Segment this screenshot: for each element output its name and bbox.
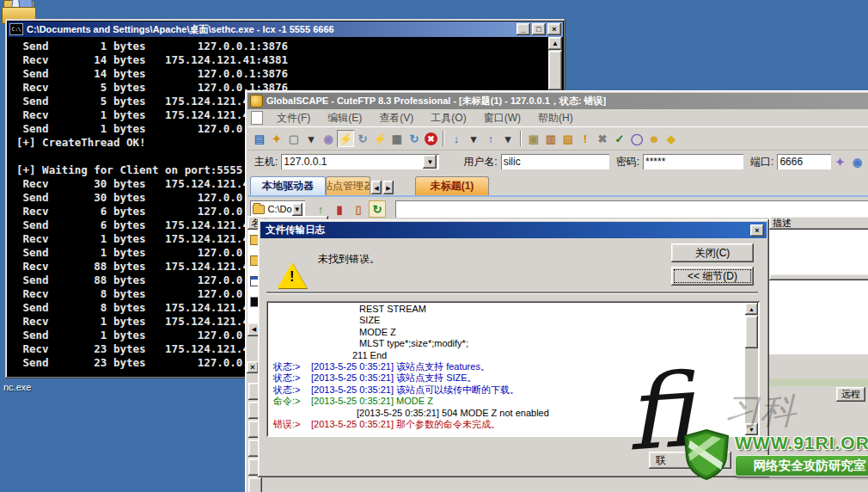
- drive-combobox[interactable]: C:\Do ▼: [250, 200, 305, 218]
- cuteftp-titlebar[interactable]: GlobalSCAPE - CuteFTP 8.3 Professional -…: [248, 93, 868, 109]
- console-titlebar[interactable]: C:\ C:\Documents and Settings\Apache\桌面\…: [8, 22, 563, 37]
- scroll-up-icon[interactable]: ▲: [548, 37, 562, 50]
- console-minimize-button[interactable]: _: [517, 23, 530, 35]
- details-button[interactable]: << 细节(D): [671, 267, 754, 286]
- delete-icon[interactable]: ▯: [350, 200, 367, 218]
- log-label: 状态:>: [268, 372, 311, 384]
- quick-connect-icon[interactable]: ✦: [831, 153, 848, 170]
- password-input[interactable]: *****: [643, 154, 743, 169]
- cmd-icon: C:\: [9, 23, 23, 35]
- tab-untitled[interactable]: 未标题(1): [415, 176, 489, 195]
- log-row: MLST type*;size*;modify*;: [268, 338, 744, 349]
- log-text: [2013-5-25 0:35:21] 该站点支持 SIZE。: [311, 372, 477, 384]
- stop-icon[interactable]: ✖: [425, 132, 437, 145]
- sync-browse-icon[interactable]: ↻: [369, 200, 386, 218]
- log-text: [2013-5-25 0:35:21] 该站点支持 features。: [311, 361, 490, 372]
- upload-icon[interactable]: ↑: [482, 130, 499, 147]
- host-combobox[interactable]: 127.0.0.1 ▼: [281, 154, 439, 169]
- username-value: silic: [504, 156, 521, 168]
- log-row: MODE Z: [268, 327, 744, 338]
- cuteftp-tabrow: 本地驱动器 站点管理器 ◀ ▶ 未标题(1): [248, 173, 868, 197]
- verify-icon[interactable]: ✓: [611, 130, 628, 147]
- drive-dropdown-icon[interactable]: ▼: [292, 203, 303, 216]
- log-scroll-thumb[interactable]: [745, 316, 758, 348]
- tab-site-manager[interactable]: 站点管理器: [326, 176, 370, 195]
- close-button[interactable]: 关闭(C): [671, 243, 754, 262]
- support-icon[interactable]: ☻: [645, 130, 663, 147]
- log-row: REST STREAM: [268, 304, 744, 315]
- console-close-button[interactable]: ×: [547, 23, 561, 35]
- log-text: REST STREAM: [268, 304, 426, 315]
- tab-scroll-left-icon[interactable]: ◀: [371, 181, 382, 194]
- console-maximize-button[interactable]: □: [532, 23, 546, 35]
- toolbar-separator: [443, 131, 444, 146]
- remote-pane-tab[interactable]: 远程: [836, 387, 865, 402]
- log-text: MODE Z: [268, 327, 396, 338]
- transfer-queue-icon[interactable]: ▣: [525, 130, 542, 147]
- scroll-thumb[interactable]: [548, 51, 562, 90]
- bookmark-icon[interactable]: ▮: [331, 200, 348, 218]
- port-input[interactable]: 6666: [777, 154, 831, 169]
- cuteftp-title-text: GlobalSCAPE - CuteFTP 8.3 Professional -…: [266, 95, 606, 108]
- pane-splitter[interactable]: [769, 274, 868, 280]
- menu-view[interactable]: 查看(V): [370, 111, 422, 126]
- upload-dropdown-icon[interactable]: ▾: [499, 130, 517, 147]
- url-icon[interactable]: ▦: [388, 130, 406, 147]
- log-text: [2013-5-25 0:35:21] 那个参数的命令未完成。: [311, 419, 500, 430]
- console-line: Recv 14 bytes 175.124.121.41:4381: [16, 53, 548, 67]
- refresh-icon[interactable]: ↻: [406, 130, 423, 147]
- log-text: SIZE: [268, 315, 380, 326]
- brand-watermark: WWW.91RI.ORG 网络安全攻防研究室: [683, 428, 868, 480]
- password-value: *****: [645, 156, 665, 168]
- download-dropdown-icon[interactable]: ▾: [465, 130, 482, 147]
- reconnect-icon[interactable]: ↻: [354, 130, 371, 147]
- status-strip: [767, 378, 868, 386]
- tab-scroll-right-icon[interactable]: ▶: [383, 181, 394, 194]
- toolbar-separator: [520, 131, 522, 146]
- pin-icon[interactable]: ◉: [320, 130, 337, 147]
- dialog-titlebar[interactable]: 文件传输日志 ×: [260, 222, 767, 238]
- queue-toolbar-cell[interactable]: [248, 477, 262, 492]
- password-label: 密码:: [616, 155, 639, 169]
- disconnect-icon[interactable]: ⚡: [371, 130, 388, 147]
- download-icon[interactable]: ↓: [448, 130, 465, 147]
- menu-file[interactable]: 文件(F): [268, 111, 319, 126]
- up-directory-icon[interactable]: ↑: [312, 200, 329, 218]
- remove-icon[interactable]: ✖: [594, 130, 611, 147]
- description-column-header[interactable]: 描述: [769, 216, 868, 230]
- desktop-shortcut-label[interactable]: nc.exe: [3, 382, 31, 392]
- security-icon[interactable]: ◆: [663, 130, 680, 147]
- dialog-close-icon[interactable]: ×: [750, 224, 764, 237]
- new-dropdown-icon[interactable]: ▾: [303, 130, 320, 147]
- log-label: 状态:>: [268, 384, 311, 396]
- priority-icon[interactable]: !: [577, 130, 594, 147]
- log-scroll-up-icon[interactable]: ▲: [745, 303, 758, 315]
- username-input[interactable]: silic: [501, 154, 609, 169]
- globe-icon[interactable]: ◯: [628, 130, 645, 147]
- queue-pane-close-icon[interactable]: ×: [247, 361, 259, 373]
- path-input[interactable]: [395, 200, 868, 218]
- host-dropdown-icon[interactable]: ▼: [423, 155, 437, 169]
- new-document-icon[interactable]: ▢: [285, 130, 303, 147]
- new-folder-icon[interactable]: ▧: [559, 130, 577, 147]
- username-label: 用户名:: [463, 155, 497, 169]
- cuteftp-toolbar: ▤✦▢▾◉⚡↻⚡▦↻✖↓▾↑▾▣▥▧!✖✓◯☻◆: [248, 127, 868, 151]
- tab-local-drives[interactable]: 本地驱动器: [250, 176, 326, 195]
- log-label: 命令:>: [268, 396, 311, 407]
- host-value: 127.0.0.1: [284, 156, 327, 168]
- remote-list-top: [769, 230, 868, 274]
- brand-url-text: WWW.91RI.ORG: [735, 433, 868, 453]
- menu-tools[interactable]: 工具(O): [422, 111, 474, 126]
- connect-icon[interactable]: ⚡: [337, 130, 354, 147]
- log-text: [2013-5-25 0:35:21] 504 MODE Z not enabl…: [268, 408, 549, 419]
- session-log-icon[interactable]: ▥: [542, 130, 559, 147]
- browser-icon[interactable]: ◉: [848, 153, 865, 170]
- menu-window[interactable]: 窗口(W): [475, 111, 529, 126]
- site-manager-icon[interactable]: ▤: [251, 130, 268, 147]
- menu-edit[interactable]: 编辑(E): [319, 111, 370, 126]
- log-text: 211 End: [268, 350, 387, 361]
- connection-wizard-icon[interactable]: ✦: [268, 130, 285, 147]
- desktop: nc.exe C:\ C:\Documents and Settings\Apa…: [0, 0, 868, 492]
- cuteftp-hostbar: 主机: 127.0.0.1 ▼ 用户名: silic 密码: ***** 端口:…: [248, 151, 868, 173]
- menu-help[interactable]: 帮助(H): [529, 111, 582, 126]
